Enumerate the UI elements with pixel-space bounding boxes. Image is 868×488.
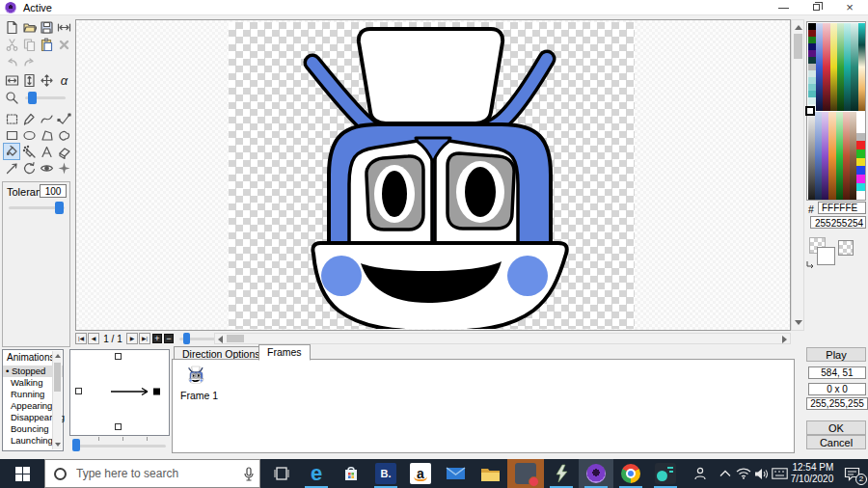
palette-gradient-column[interactable]	[844, 23, 851, 111]
taskbar-active-app[interactable]	[507, 459, 544, 488]
taskbar-store[interactable]	[334, 459, 368, 488]
palette-swatch[interactable]	[808, 50, 816, 57]
left-handle[interactable]	[75, 388, 82, 394]
palette-gradient-column[interactable]	[828, 112, 835, 200]
palette-swatch[interactable]	[856, 112, 865, 124]
taskbar-chrome[interactable]	[613, 459, 648, 488]
open-button[interactable]	[21, 19, 38, 36]
line-tool[interactable]	[4, 160, 20, 176]
palette-swatch[interactable]	[856, 141, 865, 149]
resize-width-button[interactable]	[4, 72, 20, 89]
scroll-up-icon[interactable]	[795, 25, 802, 30]
remove-frame-button[interactable]: −	[164, 334, 174, 343]
restore-button[interactable]	[802, 0, 831, 15]
start-button[interactable]	[0, 459, 44, 488]
palette-swatch[interactable]	[808, 77, 816, 84]
color-palette[interactable]	[806, 21, 866, 201]
tray-overflow-button[interactable]	[716, 459, 735, 488]
airbrush-tool[interactable]	[21, 144, 38, 160]
palette-gradient-column[interactable]	[837, 23, 844, 111]
resize-canvas-button[interactable]	[39, 72, 55, 89]
frame-thumbnail[interactable]	[184, 365, 207, 385]
delete-button[interactable]	[56, 37, 72, 53]
canvas-vertical-scrollbar[interactable]	[791, 19, 804, 331]
palette-swatch[interactable]	[808, 84, 816, 91]
transparent-color-swatch[interactable]	[838, 240, 854, 256]
palette-gradient-column[interactable]	[851, 23, 857, 111]
last-frame-button[interactable]: ▶|	[139, 333, 150, 344]
taskbar-teal-app[interactable]	[648, 459, 683, 488]
palette-swatch[interactable]	[808, 57, 816, 64]
prev-frame-button[interactable]: ◀	[88, 333, 99, 344]
stretch-button[interactable]	[56, 19, 72, 36]
taskbar-b-app[interactable]: B.	[368, 459, 403, 488]
motion-speed-slider[interactable]	[73, 445, 166, 447]
palette-swatch[interactable]	[808, 64, 816, 70]
palette-gradient-column[interactable]	[816, 23, 823, 111]
palette-accent-column[interactable]	[808, 23, 816, 111]
swap-colors-icon[interactable]	[806, 260, 815, 268]
palette-gradient-column[interactable]	[815, 112, 822, 200]
save-button[interactable]	[39, 19, 55, 36]
taskbar-lightning-app[interactable]	[544, 459, 579, 488]
frame-label[interactable]: Frame 1	[180, 390, 218, 401]
closed-curve-tool[interactable]	[56, 127, 72, 144]
taskbar-edge[interactable]: e	[299, 459, 334, 488]
minimize-button[interactable]	[770, 0, 799, 15]
palette-gradient-column[interactable]	[843, 112, 850, 200]
animations-listbox[interactable]: Animations • StoppedWalkingRunningAppear…	[2, 349, 64, 451]
zoom-tool-button[interactable]	[4, 90, 20, 106]
new-button[interactable]	[4, 19, 20, 36]
cut-button[interactable]	[4, 37, 20, 53]
taskbar-file-explorer[interactable]	[473, 459, 507, 488]
cancel-button[interactable]: Cancel	[806, 435, 866, 449]
list-scroll-thumb[interactable]	[54, 363, 61, 392]
foreground-color-swatch[interactable]	[817, 247, 835, 265]
scroll-left-icon[interactable]	[218, 336, 223, 343]
palette-swatch[interactable]	[856, 158, 865, 167]
taskbar-clock[interactable]: 12:54 PM 7/10/2020	[789, 459, 835, 488]
people-tray-button[interactable]	[689, 459, 712, 488]
palette-swatch[interactable]	[808, 43, 816, 50]
palette-swatch[interactable]	[856, 149, 865, 158]
taskbar-character-editor[interactable]	[579, 459, 613, 488]
zoom-slider-thumb[interactable]	[28, 92, 37, 104]
palette-swatch[interactable]	[856, 183, 865, 192]
sprite-image-region[interactable]	[229, 22, 635, 329]
task-view-button[interactable]	[264, 459, 299, 488]
first-frame-button[interactable]: |◀	[75, 333, 87, 344]
palette-gradient-column[interactable]	[858, 23, 865, 111]
ellipse-tool[interactable]	[21, 127, 38, 144]
redo-button[interactable]	[21, 54, 38, 70]
rotate-tool[interactable]	[21, 160, 38, 176]
top-handle[interactable]	[115, 353, 122, 360]
palette-swatch[interactable]	[856, 166, 865, 175]
volume-tray-button[interactable]	[752, 459, 770, 488]
palette-swatch[interactable]	[856, 124, 865, 133]
add-frame-button[interactable]: +	[152, 334, 162, 343]
polygon-tool[interactable]	[39, 127, 55, 144]
preview-eye-tool[interactable]	[39, 160, 55, 176]
taskbar-amazon[interactable]: a	[403, 459, 438, 488]
pen-tool[interactable]	[21, 111, 38, 127]
eraser-tool[interactable]	[56, 144, 72, 160]
canvas-horizontal-scrollbar[interactable]	[214, 333, 791, 344]
copy-button[interactable]	[21, 37, 38, 53]
vertical-scroll-thumb[interactable]	[794, 34, 802, 59]
palette-swatch[interactable]	[808, 97, 816, 104]
rectangle-tool[interactable]	[4, 127, 20, 144]
drawing-canvas[interactable]	[75, 19, 791, 331]
palette-swatch[interactable]	[808, 91, 816, 97]
search-input[interactable]	[76, 460, 238, 487]
list-scroll-up-icon[interactable]	[55, 354, 61, 358]
frame-zoom-thumb[interactable]	[183, 333, 190, 344]
palette-swatch[interactable]	[808, 30, 816, 37]
scroll-right-icon[interactable]	[782, 336, 787, 343]
palette-gradient-column[interactable]	[823, 23, 829, 111]
next-frame-button[interactable]: ▶	[126, 333, 138, 344]
hex-color-input[interactable]	[818, 202, 866, 214]
palette-gradient-column[interactable]	[808, 112, 815, 200]
palette-gradient-column[interactable]	[836, 112, 843, 200]
wifi-tray-button[interactable]	[735, 459, 752, 488]
resize-height-button[interactable]	[21, 72, 38, 89]
